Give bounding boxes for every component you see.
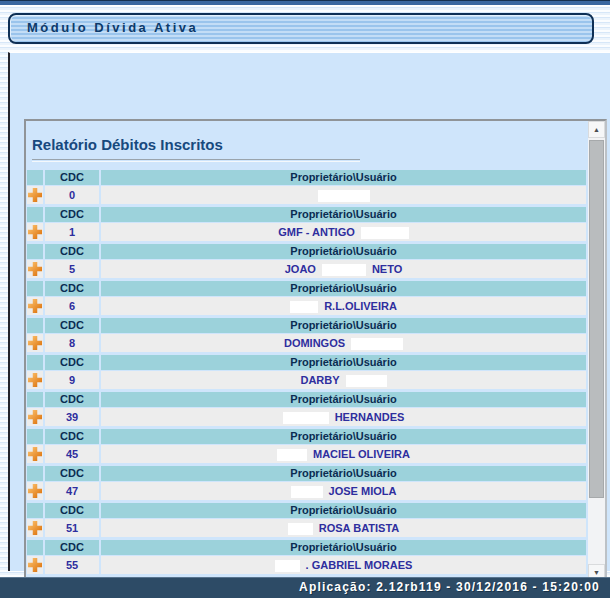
column-header-owner: Proprietário\Usuário [101,355,586,370]
expand-cell [27,186,43,204]
record-data-row: 51 ROSA BATISTA [27,519,586,537]
report-view: Relatório Débitos Inscritos CDC Propriet… [26,121,588,581]
record-data-row: 47 JOSE MIOLA [27,482,586,500]
owner-value: HERNANDES [101,408,586,426]
record-data-row: 9 DARBY [27,371,586,389]
record-data-row: 45 MACIEL OLIVEIRA [27,445,586,463]
record-data-row: 1 GMF - ANTIGO [27,223,586,241]
redacted-text-box [322,264,366,276]
cdc-value: 6 [45,297,99,315]
app-version-text: Aplicação: 2.12rb119 - 30/12/2016 - 15:2… [299,580,600,594]
cdc-value: 51 [45,519,99,537]
expand-plus-icon[interactable] [28,336,42,350]
header-icon-cell [27,244,43,259]
record-header-row: CDC Proprietário\Usuário [27,540,586,555]
owner-name-text: . GABRIEL MORAES [306,559,413,571]
arrow-up-icon: ▲ [593,126,600,133]
vertical-scroll-thumb[interactable] [589,140,604,498]
header-icon-cell [27,466,43,481]
record: CDC Proprietário\Usuário 1 GMF - ANTIGO [27,207,586,241]
expand-plus-icon[interactable] [28,521,42,535]
header-icon-cell [27,429,43,444]
owner-name-text: R.L.OLIVEIRA [324,300,397,312]
record-header-row: CDC Proprietário\Usuário [27,170,586,185]
record: CDC Proprietário\Usuário 5 JOAONETO [27,244,586,278]
column-header-owner: Proprietário\Usuário [101,318,586,333]
record: CDC Proprietário\Usuário 55 . GABRIEL MO… [27,540,586,574]
expand-plus-icon[interactable] [28,484,42,498]
record-header-row: CDC Proprietário\Usuário [27,429,586,444]
column-header-cdc: CDC [45,392,99,407]
owner-value: ROSA BATISTA [101,519,586,537]
column-header-owner: Proprietário\Usuário [101,540,586,555]
expand-cell [27,482,43,500]
header-icon-cell [27,207,43,222]
status-bar: Aplicação: 2.12rb119 - 30/12/2016 - 15:2… [0,577,610,598]
record: CDC Proprietário\Usuário 47 JOSE MIOLA [27,466,586,500]
record-data-row: 39 HERNANDES [27,408,586,426]
expand-plus-icon[interactable] [28,373,42,387]
arrow-down-icon: ▼ [593,569,600,576]
record-data-row: 8 DOMINGOS [27,334,586,352]
column-header-owner: Proprietário\Usuário [101,466,586,481]
cdc-value: 1 [45,223,99,241]
column-header-owner: Proprietário\Usuário [101,429,586,444]
header-icon-cell [27,540,43,555]
report-scroll-panel: Relatório Débitos Inscritos CDC Propriet… [24,119,607,598]
scroll-up-button[interactable]: ▲ [588,121,605,138]
owner-name-text: JOAO [285,263,316,275]
records-list: CDC Proprietário\Usuário 0 CDC Proprietá… [27,170,586,581]
header-icon-cell [27,318,43,333]
owner-name-text: DARBY [300,374,339,386]
expand-plus-icon[interactable] [28,558,42,572]
expand-cell [27,334,43,352]
owner-value: JOSE MIOLA [101,482,586,500]
column-header-cdc: CDC [45,540,99,555]
redacted-text-box [346,375,387,387]
header-icon-cell [27,355,43,370]
record-header-row: CDC Proprietário\Usuário [27,281,586,296]
content-panel: Relatório Débitos Inscritos CDC Propriet… [8,52,610,571]
expand-plus-icon[interactable] [28,188,42,202]
column-header-cdc: CDC [45,244,99,259]
cdc-value: 55 [45,556,99,574]
record-header-row: CDC Proprietário\Usuário [27,207,586,222]
column-header-cdc: CDC [45,207,99,222]
record: CDC Proprietário\Usuário 51 ROSA BATISTA [27,503,586,537]
cdc-value: 8 [45,334,99,352]
cdc-value: 39 [45,408,99,426]
vertical-scrollbar[interactable]: ▲ ▼ [588,121,605,581]
owner-name-text: DOMINGOS [284,337,345,349]
expand-plus-icon[interactable] [28,262,42,276]
cdc-value: 45 [45,445,99,463]
expand-plus-icon[interactable] [28,410,42,424]
module-title: Módulo Dívida Ativa [27,20,198,35]
column-header-cdc: CDC [45,503,99,518]
record: CDC Proprietário\Usuário 8 DOMINGOS [27,318,586,352]
cdc-value: 9 [45,371,99,389]
record-header-row: CDC Proprietário\Usuário [27,244,586,259]
owner-value [101,186,586,204]
column-header-owner: Proprietário\Usuário [101,244,586,259]
record: CDC Proprietário\Usuário 45 MACIEL OLIVE… [27,429,586,463]
expand-cell [27,297,43,315]
record: CDC Proprietário\Usuário 9 DARBY [27,355,586,389]
owner-value: MACIEL OLIVEIRA [101,445,586,463]
expand-plus-icon[interactable] [28,447,42,461]
redacted-text-box [275,560,300,572]
redacted-text-box [351,338,403,350]
record: CDC Proprietário\Usuário 0 [27,170,586,204]
expand-cell [27,519,43,537]
expand-plus-icon[interactable] [28,299,42,313]
redacted-text-box [283,412,329,424]
record-data-row: 6 R.L.OLIVEIRA [27,297,586,315]
title-divider [32,159,360,162]
header-icon-cell [27,281,43,296]
record-header-row: CDC Proprietário\Usuário [27,355,586,370]
expand-cell [27,223,43,241]
expand-cell [27,556,43,574]
record-header-row: CDC Proprietário\Usuário [27,318,586,333]
expand-plus-icon[interactable] [28,225,42,239]
owner-value: . GABRIEL MORAES [101,556,586,574]
column-header-cdc: CDC [45,170,99,185]
